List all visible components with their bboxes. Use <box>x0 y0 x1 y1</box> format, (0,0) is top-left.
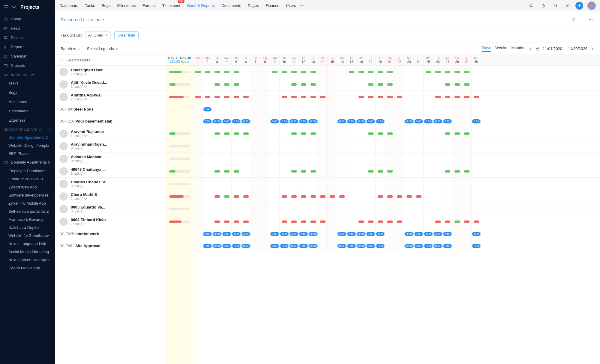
timeline-cell <box>443 66 452 78</box>
chevron-down-icon[interactable] <box>84 197 87 200</box>
legends-dropdown[interactable]: Select Legends <box>85 45 119 52</box>
resource-row[interactable]: 0005 Eduardo Va... 0 task(s) <box>55 203 166 215</box>
calendar-day-header: Fr20 <box>376 55 385 65</box>
recent-project-item[interactable]: Social Media Marketing <box>0 248 55 256</box>
top-tab-milestones[interactable]: Milestones <box>117 1 136 10</box>
filter-chip[interactable]: All Open ✕ <box>86 31 111 39</box>
next-range-icon[interactable] <box>590 47 595 51</box>
more-icon[interactable] <box>587 16 595 23</box>
resource-row[interactable]: Unassigned User 1 task(s) <box>55 66 166 78</box>
date-range[interactable]: 11/01/2020 - 11/30/2020 <box>543 46 587 51</box>
resource-row[interactable]: Avinash Manivar... 0 task(s) <box>55 152 166 165</box>
top-tab-forums[interactable]: Forums <box>142 1 156 10</box>
top-tab-dashboard[interactable]: Dashboard <box>59 1 79 10</box>
timeline-cell <box>443 127 452 140</box>
recent-project-item[interactable]: Website Design Templa <box>0 141 55 149</box>
search-icon[interactable] <box>48 128 52 132</box>
nav-item-timesheets[interactable]: Timesheets <box>0 106 55 116</box>
task-row[interactable]: DC-T216 Pour basement slab <box>55 115 166 127</box>
timeline-cell <box>251 78 260 90</box>
timeline-cell <box>203 91 212 103</box>
allocation-bar <box>243 195 249 198</box>
recent-project-item[interactable]: Grade V: 2020-2021 <box>0 175 55 183</box>
recent-project-item[interactable]: Nexus Advertising Agen <box>0 256 55 264</box>
hours-pill: 8:00 <box>338 244 346 248</box>
chevron-up-icon[interactable] <box>84 98 87 101</box>
nav-item-bugs[interactable]: Bugs <box>0 88 55 97</box>
recent-project-item[interactable]: Zylsoft Web App <box>0 183 55 191</box>
hamburger-icon[interactable] <box>4 5 8 9</box>
filter-icon[interactable] <box>569 16 577 23</box>
prev-range-icon[interactable] <box>528 47 532 51</box>
top-tab-documents[interactable]: Documents <box>221 1 241 10</box>
timer-icon[interactable] <box>539 2 547 10</box>
recent-project-item[interactable]: Website for Zoholics ev <box>0 232 55 240</box>
recent-project-item[interactable]: Self-service portal for Z <box>0 207 55 215</box>
timeline-cell <box>318 190 328 203</box>
scale-tab-weeks[interactable]: Weeks <box>495 46 507 52</box>
scale-tab-days[interactable]: Days <box>482 46 491 52</box>
allocation-bar <box>378 83 383 86</box>
clear-filter-button[interactable]: Clear filter <box>114 31 139 39</box>
search-icon[interactable] <box>527 2 535 10</box>
nav-item-milestones[interactable]: Milestones <box>0 97 55 106</box>
recent-project-item[interactable]: Software developers re <box>0 191 55 199</box>
nav-item-reports[interactable]: Reports <box>0 42 55 52</box>
tools-icon[interactable] <box>563 2 571 10</box>
task-row[interactable]: DC-T661 Site Approval <box>55 240 166 252</box>
resource-row[interactable]: Ajith Kevin Devad... 1 task(s) <box>55 78 166 91</box>
recent-project-item[interactable]: Employee Enrollment <box>0 167 55 175</box>
recent-project-item[interactable]: ERP Phase <box>0 149 55 158</box>
top-tab-tasks[interactable]: Tasks <box>85 1 95 10</box>
bar-view-dropdown[interactable]: Bar View <box>59 45 82 52</box>
chevron-down-icon[interactable] <box>84 172 87 174</box>
chevron-down-icon[interactable] <box>84 73 87 75</box>
page-title-dropdown[interactable]: Resource Utilization <box>61 17 105 22</box>
nav-item-expenses[interactable]: Expenses <box>0 116 55 125</box>
resource-row[interactable]: 0003 Einhard Klein 2 task(s) <box>55 215 166 228</box>
hours-pill: 8:00 <box>357 244 365 248</box>
scale-tab-months[interactable]: Months <box>511 46 524 52</box>
recent-project-item[interactable]: Zylsoft Mobile app <box>0 264 55 272</box>
resource-row[interactable]: Charu Mathi S 2 task(s) <box>55 190 166 203</box>
top-tab-timesheet[interactable]: Timesheet99+ <box>162 1 180 10</box>
resource-row[interactable]: Amritha Agrawal 2 task(s) <box>55 91 166 103</box>
task-row[interactable]: DC-T99 Steel Rods <box>55 103 166 115</box>
recent-project-item[interactable]: Zylker 7.0 Mobile App <box>0 199 55 207</box>
resource-row[interactable]: Aravind Rajkumar 1 task(s) <box>55 127 166 140</box>
nav-item-calendar[interactable]: Calendar <box>0 52 55 61</box>
nav-item-feed[interactable]: Feed <box>0 24 55 33</box>
recent-project-item[interactable]: Donnelly Apartments C <box>0 133 55 141</box>
nav-item-tasks[interactable]: Tasks <box>0 78 55 88</box>
settings-sliders-icon[interactable] <box>39 128 42 132</box>
close-icon[interactable]: ✕ <box>105 33 108 37</box>
add-button[interactable] <box>575 2 583 10</box>
top-tab-finance[interactable]: Finance <box>266 1 279 10</box>
chevron-up-icon[interactable] <box>84 223 87 225</box>
timeline-cell <box>193 115 203 127</box>
recent-project-item[interactable]: Framework Revamp <box>0 215 55 223</box>
task-row[interactable]: DC-T625 Interior work <box>55 228 166 240</box>
resource-row[interactable]: Aravindhan Rajen... 0 task(s) <box>55 140 166 152</box>
recent-project-item[interactable]: Nakshatra Duplex <box>0 223 55 232</box>
timeline-cell: 8:00 <box>443 115 452 127</box>
more-tabs-icon[interactable] <box>298 2 306 10</box>
user-avatar[interactable] <box>587 1 596 10</box>
recent-project-item[interactable]: Nexus Language Hub <box>0 240 55 248</box>
search-users-input[interactable] <box>67 58 162 62</box>
bell-icon[interactable] <box>551 2 559 10</box>
nav-item-home[interactable]: Home <box>0 14 55 24</box>
top-tab-pages[interactable]: Pages <box>248 1 259 10</box>
resource-row[interactable]: 49648 Chaitanya ... 1 task(s) <box>55 165 166 178</box>
calendar-icon[interactable] <box>536 47 540 51</box>
nav-item-projects[interactable]: Projects <box>0 61 55 70</box>
chevron-down-icon[interactable] <box>84 85 87 87</box>
chevron-down-icon[interactable] <box>84 134 87 137</box>
top-tab-gantt-reports[interactable]: Gantt & Reports <box>187 1 215 10</box>
top-tab-users[interactable]: Users <box>286 1 296 10</box>
timeline-cell <box>337 190 347 203</box>
top-tab-bugs[interactable]: Bugs <box>102 1 111 10</box>
nav-item-discuss[interactable]: Discuss <box>0 33 55 42</box>
resource-row[interactable]: Charles Charles St... 0 task(s) <box>55 178 166 190</box>
recent-project-item[interactable]: Donnelly Apartments C <box>0 158 55 167</box>
